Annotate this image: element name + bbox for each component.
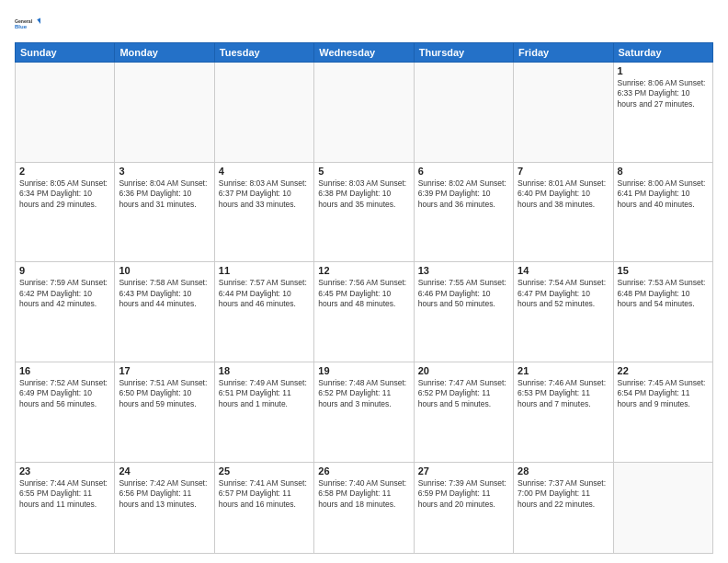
calendar-cell: 9Sunrise: 7:59 AM Sunset: 6:42 PM Daylig… <box>16 262 115 362</box>
calendar-table: SundayMondayTuesdayWednesdayThursdayFrid… <box>15 42 713 554</box>
calendar-cell: 4Sunrise: 8:03 AM Sunset: 6:37 PM Daylig… <box>214 162 313 262</box>
day-info: Sunrise: 7:51 AM Sunset: 6:50 PM Dayligh… <box>119 378 210 409</box>
day-number: 13 <box>418 265 509 276</box>
day-number: 19 <box>318 365 409 376</box>
day-number: 2 <box>19 166 110 177</box>
day-info: Sunrise: 7:56 AM Sunset: 6:45 PM Dayligh… <box>318 278 409 309</box>
calendar-cell: 8Sunrise: 8:00 AM Sunset: 6:41 PM Daylig… <box>613 162 712 262</box>
day-number: 24 <box>119 465 210 477</box>
weekday-header-row: SundayMondayTuesdayWednesdayThursdayFrid… <box>16 43 713 63</box>
calendar-cell: 16Sunrise: 7:52 AM Sunset: 6:49 PM Dayli… <box>16 362 115 462</box>
logo-icon: General Blue <box>15 11 40 37</box>
day-number: 4 <box>219 166 310 177</box>
day-info: Sunrise: 8:02 AM Sunset: 6:39 PM Dayligh… <box>418 178 509 210</box>
day-number: 25 <box>219 465 310 477</box>
calendar-cell: 6Sunrise: 8:02 AM Sunset: 6:39 PM Daylig… <box>414 162 513 262</box>
calendar-cell <box>115 63 214 163</box>
calendar-cell: 7Sunrise: 8:01 AM Sunset: 6:40 PM Daylig… <box>514 162 613 262</box>
weekday-header-wednesday: Wednesday <box>314 43 414 63</box>
day-number: 7 <box>518 166 609 177</box>
calendar-week-5: 23Sunrise: 7:44 AM Sunset: 6:55 PM Dayli… <box>16 462 713 553</box>
day-number: 28 <box>518 465 609 477</box>
day-number: 12 <box>318 265 409 276</box>
calendar-cell <box>514 63 613 163</box>
day-info: Sunrise: 7:44 AM Sunset: 6:55 PM Dayligh… <box>19 478 110 510</box>
calendar-cell: 26Sunrise: 7:40 AM Sunset: 6:58 PM Dayli… <box>314 462 414 553</box>
calendar-cell: 20Sunrise: 7:47 AM Sunset: 6:52 PM Dayli… <box>414 362 513 462</box>
day-number: 26 <box>318 465 409 477</box>
calendar-week-3: 9Sunrise: 7:59 AM Sunset: 6:42 PM Daylig… <box>16 262 713 362</box>
calendar-cell: 23Sunrise: 7:44 AM Sunset: 6:55 PM Dayli… <box>16 462 115 553</box>
day-info: Sunrise: 8:03 AM Sunset: 6:37 PM Dayligh… <box>219 178 310 210</box>
day-number: 11 <box>219 265 310 276</box>
day-info: Sunrise: 7:59 AM Sunset: 6:42 PM Dayligh… <box>19 278 110 309</box>
calendar-cell <box>214 63 313 163</box>
calendar-cell: 10Sunrise: 7:58 AM Sunset: 6:43 PM Dayli… <box>115 262 214 362</box>
day-number: 9 <box>19 265 110 276</box>
calendar-cell: 27Sunrise: 7:39 AM Sunset: 6:59 PM Dayli… <box>414 462 513 553</box>
day-number: 14 <box>518 265 609 276</box>
calendar-cell: 21Sunrise: 7:46 AM Sunset: 6:53 PM Dayli… <box>514 362 613 462</box>
day-info: Sunrise: 8:01 AM Sunset: 6:40 PM Dayligh… <box>518 178 609 210</box>
calendar-week-4: 16Sunrise: 7:52 AM Sunset: 6:49 PM Dayli… <box>16 362 713 462</box>
calendar-cell: 2Sunrise: 8:05 AM Sunset: 6:34 PM Daylig… <box>16 162 115 262</box>
weekday-header-saturday: Saturday <box>613 43 712 63</box>
day-info: Sunrise: 7:49 AM Sunset: 6:51 PM Dayligh… <box>219 378 310 409</box>
calendar-cell: 17Sunrise: 7:51 AM Sunset: 6:50 PM Dayli… <box>115 362 214 462</box>
day-info: Sunrise: 7:37 AM Sunset: 7:00 PM Dayligh… <box>518 478 609 510</box>
day-number: 10 <box>119 265 210 276</box>
day-info: Sunrise: 7:55 AM Sunset: 6:46 PM Dayligh… <box>418 278 509 309</box>
calendar-cell: 1Sunrise: 8:06 AM Sunset: 6:33 PM Daylig… <box>613 63 712 163</box>
weekday-header-tuesday: Tuesday <box>214 43 313 63</box>
page: General Blue SundayMondayTuesdayWednesda… <box>0 0 728 563</box>
calendar-cell <box>613 462 712 553</box>
day-number: 27 <box>418 465 509 477</box>
calendar-cell: 28Sunrise: 7:37 AM Sunset: 7:00 PM Dayli… <box>514 462 613 553</box>
day-info: Sunrise: 7:39 AM Sunset: 6:59 PM Dayligh… <box>418 478 509 510</box>
day-number: 5 <box>318 166 409 177</box>
day-info: Sunrise: 7:57 AM Sunset: 6:44 PM Dayligh… <box>219 278 310 309</box>
day-info: Sunrise: 8:06 AM Sunset: 6:33 PM Dayligh… <box>618 78 709 109</box>
day-info: Sunrise: 7:41 AM Sunset: 6:57 PM Dayligh… <box>219 478 310 510</box>
calendar-cell: 3Sunrise: 8:04 AM Sunset: 6:36 PM Daylig… <box>115 162 214 262</box>
weekday-header-sunday: Sunday <box>16 43 115 63</box>
day-info: Sunrise: 7:40 AM Sunset: 6:58 PM Dayligh… <box>318 478 409 510</box>
day-number: 15 <box>618 265 709 276</box>
day-info: Sunrise: 7:52 AM Sunset: 6:49 PM Dayligh… <box>19 378 110 409</box>
day-info: Sunrise: 7:45 AM Sunset: 6:54 PM Dayligh… <box>618 378 709 409</box>
day-info: Sunrise: 8:03 AM Sunset: 6:38 PM Dayligh… <box>318 178 409 210</box>
calendar-cell: 19Sunrise: 7:48 AM Sunset: 6:52 PM Dayli… <box>314 362 414 462</box>
calendar-week-1: 1Sunrise: 8:06 AM Sunset: 6:33 PM Daylig… <box>16 63 713 163</box>
weekday-header-monday: Monday <box>115 43 214 63</box>
day-info: Sunrise: 7:54 AM Sunset: 6:47 PM Dayligh… <box>518 278 609 309</box>
day-number: 21 <box>518 365 609 376</box>
day-number: 1 <box>618 65 709 76</box>
day-number: 16 <box>19 365 110 376</box>
day-number: 20 <box>418 365 509 376</box>
day-info: Sunrise: 7:47 AM Sunset: 6:52 PM Dayligh… <box>418 378 509 409</box>
svg-text:Blue: Blue <box>15 24 28 29</box>
day-info: Sunrise: 8:04 AM Sunset: 6:36 PM Dayligh… <box>119 178 210 210</box>
day-info: Sunrise: 8:00 AM Sunset: 6:41 PM Dayligh… <box>618 178 709 210</box>
svg-text:General: General <box>15 18 33 24</box>
day-number: 22 <box>618 365 709 376</box>
day-number: 23 <box>19 465 110 477</box>
calendar-cell: 11Sunrise: 7:57 AM Sunset: 6:44 PM Dayli… <box>214 262 313 362</box>
day-number: 6 <box>418 166 509 177</box>
day-number: 8 <box>618 166 709 177</box>
calendar-cell: 25Sunrise: 7:41 AM Sunset: 6:57 PM Dayli… <box>214 462 313 553</box>
calendar-cell: 12Sunrise: 7:56 AM Sunset: 6:45 PM Dayli… <box>314 262 414 362</box>
day-info: Sunrise: 7:42 AM Sunset: 6:56 PM Dayligh… <box>119 478 210 510</box>
day-info: Sunrise: 7:48 AM Sunset: 6:52 PM Dayligh… <box>318 378 409 409</box>
logo: General Blue <box>15 11 40 37</box>
calendar-cell: 5Sunrise: 8:03 AM Sunset: 6:38 PM Daylig… <box>314 162 414 262</box>
day-info: Sunrise: 7:46 AM Sunset: 6:53 PM Dayligh… <box>518 378 609 409</box>
calendar-cell: 22Sunrise: 7:45 AM Sunset: 6:54 PM Dayli… <box>613 362 712 462</box>
day-info: Sunrise: 7:58 AM Sunset: 6:43 PM Dayligh… <box>119 278 210 309</box>
calendar-cell: 18Sunrise: 7:49 AM Sunset: 6:51 PM Dayli… <box>214 362 313 462</box>
calendar-cell: 15Sunrise: 7:53 AM Sunset: 6:48 PM Dayli… <box>613 262 712 362</box>
svg-marker-2 <box>37 17 40 24</box>
day-info: Sunrise: 8:05 AM Sunset: 6:34 PM Dayligh… <box>19 178 110 210</box>
weekday-header-thursday: Thursday <box>414 43 513 63</box>
header: General Blue <box>15 11 713 37</box>
